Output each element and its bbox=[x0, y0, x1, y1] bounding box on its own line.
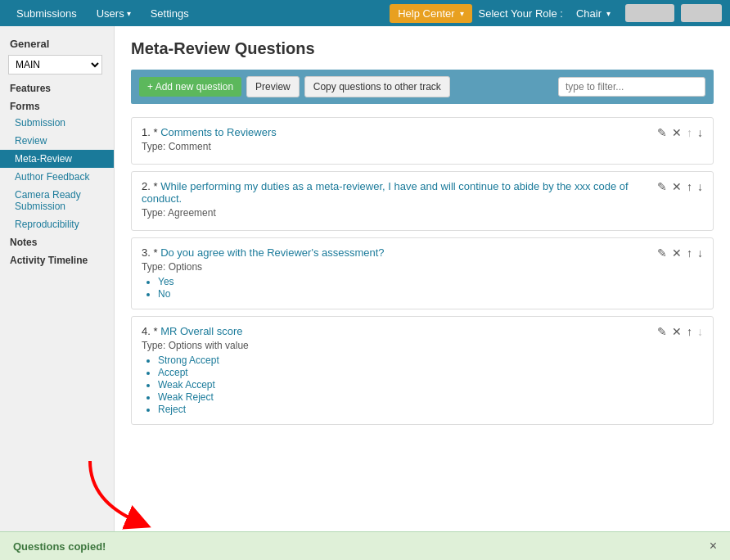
question-actions: ✎ ✕ ↑ ↓ bbox=[657, 325, 703, 338]
page-title: Meta-Review Questions bbox=[131, 39, 714, 58]
edit-icon[interactable]: ✎ bbox=[657, 246, 667, 260]
sidebar-item-activity-timeline[interactable]: Activity Timeline bbox=[0, 251, 114, 269]
help-chevron-icon: ▾ bbox=[460, 9, 464, 18]
toast-notification: Questions copied! × bbox=[0, 531, 730, 560]
question-card-2: 2. * While performing my duties as a met… bbox=[131, 171, 714, 231]
help-center-button[interactable]: Help Center ▾ bbox=[390, 4, 471, 23]
question-body: 3. * Do you agree with the Reviewer's as… bbox=[142, 246, 649, 300]
sidebar-item-camera-ready[interactable]: Camera Ready Submission bbox=[0, 186, 114, 215]
delete-icon[interactable]: ✕ bbox=[672, 126, 682, 139]
nav-submissions[interactable]: Submissions bbox=[8, 2, 85, 25]
question-title: 4. * MR Overall score bbox=[142, 325, 649, 337]
sidebar: General MAIN Features Forms Submission R… bbox=[0, 26, 115, 560]
users-chevron-icon: ▾ bbox=[127, 9, 131, 18]
edit-icon[interactable]: ✎ bbox=[657, 180, 667, 193]
option-item: Accept bbox=[158, 367, 649, 378]
move-up-icon[interactable]: ↑ bbox=[687, 246, 692, 260]
question-title: 2. * While performing my duties as a met… bbox=[142, 180, 649, 205]
general-section-title: General bbox=[0, 34, 114, 52]
nav-settings[interactable]: Settings bbox=[142, 2, 197, 25]
option-item: Reject bbox=[158, 404, 649, 415]
chair-chevron-icon: ▾ bbox=[606, 9, 611, 18]
forms-title: Forms bbox=[0, 96, 114, 114]
question-body: 1. * Comments to Reviewers Type: Comment bbox=[142, 126, 649, 156]
question-actions: ✎ ✕ ↑ ↓ bbox=[657, 180, 703, 193]
features-title: Features bbox=[0, 78, 114, 96]
question-type: Type: Comment bbox=[142, 141, 649, 152]
sidebar-item-author-feedback[interactable]: Author Feedback bbox=[0, 168, 114, 186]
move-down-icon: ↓ bbox=[697, 325, 703, 338]
chair-dropdown[interactable]: Chair ▾ bbox=[570, 4, 617, 23]
sidebar-item-reproducibility[interactable]: Reproducibility bbox=[0, 215, 114, 233]
option-item: Weak Accept bbox=[158, 379, 649, 391]
question-body: 4. * MR Overall score Type: Options with… bbox=[142, 325, 649, 416]
toast-close-button[interactable]: × bbox=[710, 539, 717, 553]
question-actions: ✎ ✕ ↑ ↓ bbox=[657, 126, 703, 139]
main-content: Meta-Review Questions + Add new question… bbox=[115, 26, 730, 560]
layout: General MAIN Features Forms Submission R… bbox=[0, 26, 730, 560]
question-card-1: 1. * Comments to Reviewers Type: Comment… bbox=[131, 117, 714, 165]
question-body: 2. * While performing my duties as a met… bbox=[142, 180, 649, 222]
option-item: Yes bbox=[158, 276, 649, 287]
move-up-icon[interactable]: ↑ bbox=[687, 180, 692, 193]
option-item: No bbox=[158, 288, 649, 300]
edit-icon[interactable]: ✎ bbox=[657, 126, 667, 139]
delete-icon[interactable]: ✕ bbox=[672, 325, 682, 338]
select-role-label: Select Your Role : bbox=[475, 7, 566, 20]
top-nav: Submissions Users ▾ Settings Help Center… bbox=[0, 0, 730, 26]
option-item: Strong Accept bbox=[158, 355, 649, 366]
filter-input[interactable] bbox=[558, 77, 705, 97]
question-card-4: 4. * MR Overall score Type: Options with… bbox=[131, 316, 714, 425]
delete-icon[interactable]: ✕ bbox=[672, 180, 682, 193]
move-down-icon[interactable]: ↓ bbox=[697, 246, 703, 260]
question-type: Type: Options with value bbox=[142, 340, 649, 351]
sidebar-item-review[interactable]: Review bbox=[0, 132, 114, 150]
question-type: Type: Options bbox=[142, 261, 649, 273]
user-avatar-1 bbox=[625, 4, 674, 22]
question-actions: ✎ ✕ ↑ ↓ bbox=[657, 246, 703, 260]
main-select[interactable]: MAIN bbox=[8, 55, 102, 75]
move-down-icon[interactable]: ↓ bbox=[697, 180, 703, 193]
sidebar-item-notes[interactable]: Notes bbox=[0, 233, 114, 251]
copy-questions-button[interactable]: Copy questions to other track bbox=[304, 76, 450, 97]
move-up-icon: ↑ bbox=[687, 126, 692, 139]
questions-list: 1. * Comments to Reviewers Type: Comment… bbox=[131, 117, 714, 425]
question-card-3: 3. * Do you agree with the Reviewer's as… bbox=[131, 237, 714, 309]
delete-icon[interactable]: ✕ bbox=[672, 246, 682, 260]
move-down-icon[interactable]: ↓ bbox=[697, 126, 703, 139]
nav-users[interactable]: Users ▾ bbox=[88, 2, 139, 25]
toolbar: + Add new question Preview Copy question… bbox=[131, 70, 714, 104]
user-avatar-2 bbox=[681, 4, 722, 22]
question-title: 1. * Comments to Reviewers bbox=[142, 126, 649, 138]
question-title: 3. * Do you agree with the Reviewer's as… bbox=[142, 246, 649, 259]
toast-message: Questions copied! bbox=[13, 540, 106, 553]
add-question-button[interactable]: + Add new question bbox=[139, 77, 241, 97]
sidebar-item-submission[interactable]: Submission bbox=[0, 114, 114, 132]
move-up-icon[interactable]: ↑ bbox=[687, 325, 692, 338]
edit-icon[interactable]: ✎ bbox=[657, 325, 667, 338]
option-item: Weak Reject bbox=[158, 391, 649, 403]
question-type: Type: Agreement bbox=[142, 207, 649, 219]
preview-button[interactable]: Preview bbox=[246, 76, 300, 97]
sidebar-item-meta-review[interactable]: Meta-Review bbox=[0, 150, 114, 168]
